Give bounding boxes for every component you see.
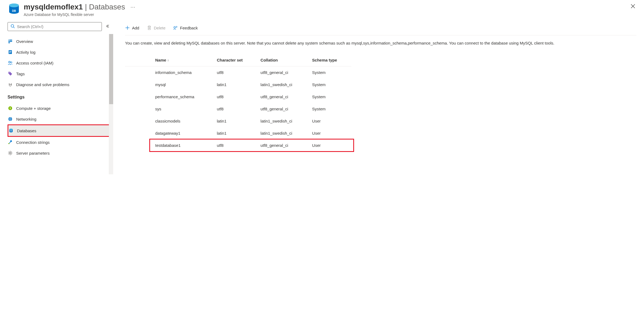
sidebar-item-compute-storage[interactable]: $Compute + storage [8, 103, 113, 114]
overview-icon: My [8, 39, 13, 44]
sidebar-item-tags[interactable]: Tags [8, 68, 113, 79]
sidebar-scrollbar[interactable] [109, 34, 113, 174]
close-button[interactable] [629, 3, 636, 11]
page-title: mysqldemoflex1 | Databases [24, 3, 125, 11]
cell-name: classicmodels [152, 115, 214, 127]
page-description: You can create, view and deleting MySQL … [125, 40, 636, 46]
sidebar: MyOverviewActivity logAccess control (IA… [0, 22, 113, 309]
sidebar-item-label: Networking [16, 117, 36, 121]
row-checkbox-cell[interactable] [125, 139, 152, 151]
cell-collation: latin1_swedish_ci [257, 127, 309, 139]
add-label: Add [132, 26, 139, 30]
svg-point-15 [9, 72, 9, 73]
svg-point-26 [174, 26, 175, 28]
cell-collation: latin1_swedish_ci [257, 115, 309, 127]
search-icon [11, 24, 15, 29]
svg-text:DB: DB [12, 9, 16, 12]
cell-charset: utf8 [214, 66, 257, 79]
sidebar-item-label: Compute + storage [16, 106, 51, 111]
table-row[interactable]: classicmodelslatin1latin1_swedish_ciUser [125, 115, 351, 127]
sort-ascending-icon: ↑ [167, 59, 169, 62]
cell-schema_type: User [309, 127, 351, 139]
sidebar-item-databases[interactable]: DBDatabases [8, 124, 113, 137]
sidebar-item-label: Databases [17, 128, 36, 133]
compute-storage-icon: $ [8, 106, 13, 111]
cell-name: performance_schema [152, 91, 214, 103]
sidebar-item-server-parameters[interactable]: Server parameters [8, 148, 113, 158]
cell-schema_type: System [309, 79, 351, 91]
svg-point-24 [8, 143, 9, 144]
cell-collation: utf8_general_ci [257, 91, 309, 103]
sidebar-item-connection-strings[interactable]: Connection strings [8, 137, 113, 148]
sidebar-item-label: Server parameters [16, 151, 50, 155]
sidebar-scrollbar-thumb[interactable] [109, 34, 113, 104]
cell-collation: latin1_swedish_ci [257, 79, 309, 91]
svg-point-21 [9, 129, 13, 130]
table-row[interactable]: mysqllatin1latin1_swedish_ciSystem [125, 79, 351, 91]
add-button[interactable]: Add [125, 25, 139, 30]
cell-schema_type: User [309, 115, 351, 127]
diagnose-icon [8, 82, 13, 87]
row-checkbox-cell[interactable] [125, 79, 152, 91]
sidebar-item-access-control-iam-[interactable]: Access control (IAM) [8, 57, 113, 68]
sidebar-item-label: Tags [16, 72, 25, 76]
column-select [125, 54, 152, 66]
connection-strings-icon [8, 140, 13, 145]
column-header-name[interactable]: Name↑ [152, 54, 214, 66]
access-control-icon [8, 60, 13, 66]
cell-collation: utf8_general_ci [257, 66, 309, 79]
svg-rect-12 [9, 53, 11, 53]
svg-rect-6 [8, 41, 12, 42]
cell-collation: utf8_general_ci [257, 103, 309, 115]
collapse-sidebar-button[interactable] [104, 23, 111, 30]
row-checkbox-cell[interactable] [125, 91, 152, 103]
svg-line-4 [13, 27, 15, 28]
table-row[interactable]: testdatabase1utf8utf8_general_ciUser [125, 139, 351, 151]
table-row[interactable]: performance_schemautf8utf8_general_ciSys… [125, 91, 351, 103]
cell-name: mysql [152, 79, 214, 91]
feedback-label: Feedback [180, 26, 198, 30]
row-checkbox-cell[interactable] [125, 103, 152, 115]
search-input[interactable] [17, 24, 99, 29]
table-row[interactable]: datagateway1latin1latin1_swedish_ciUser [125, 127, 351, 139]
sidebar-item-activity-log[interactable]: Activity log [8, 47, 113, 57]
sidebar-item-diagnose-and-solve-problems[interactable]: Diagnose and solve problems [8, 79, 113, 90]
main-content: Add Delete Feedback You can create, view… [113, 22, 644, 309]
sidebar-item-overview[interactable]: MyOverview [8, 36, 113, 47]
networking-icon [8, 116, 13, 122]
row-checkbox-cell[interactable] [125, 66, 152, 79]
resource-name: mysqldemoflex1 [24, 3, 83, 11]
row-checkbox-cell[interactable] [125, 115, 152, 127]
column-header-schema-type[interactable]: Schema type [309, 54, 351, 66]
resource-type-label: Azure Database for MySQL flexible server [24, 12, 629, 17]
svg-point-14 [11, 62, 12, 63]
table-row[interactable]: information_schemautf8utf8_general_ciSys… [125, 66, 351, 79]
page-header: DB mysqldemoflex1 | Databases ⋯ Azure Da… [0, 0, 644, 22]
feedback-button[interactable]: Feedback [173, 25, 198, 30]
cell-schema_type: User [309, 139, 351, 151]
sidebar-item-networking[interactable]: Networking [8, 114, 113, 124]
column-header-character-set[interactable]: Character set [214, 54, 257, 66]
svg-rect-10 [9, 51, 11, 52]
svg-text:DB: DB [10, 130, 12, 132]
cell-charset: utf8 [214, 103, 257, 115]
toolbar: Add Delete Feedback [125, 22, 636, 35]
more-actions-icon[interactable]: ⋯ [129, 4, 136, 10]
delete-label: Delete [154, 26, 165, 30]
sidebar-item-label: Diagnose and solve problems [16, 82, 70, 87]
server-parameters-icon [8, 150, 13, 156]
svg-text:My: My [9, 40, 10, 41]
cell-charset: utf8 [214, 139, 257, 151]
cell-collation: utf8_general_ci [257, 139, 309, 151]
plus-icon [125, 25, 130, 30]
cell-charset: utf8 [214, 91, 257, 103]
cell-name: information_schema [152, 66, 214, 79]
settings-section-header: Settings [8, 90, 113, 103]
search-input-wrapper[interactable] [8, 22, 102, 31]
activity-log-icon [8, 49, 13, 55]
row-checkbox-cell[interactable] [125, 127, 152, 139]
cell-name: sys [152, 103, 214, 115]
column-header-collation[interactable]: Collation [257, 54, 309, 66]
table-row[interactable]: sysutf8utf8_general_ciSystem [125, 103, 351, 115]
sidebar-item-label: Access control (IAM) [16, 61, 53, 65]
